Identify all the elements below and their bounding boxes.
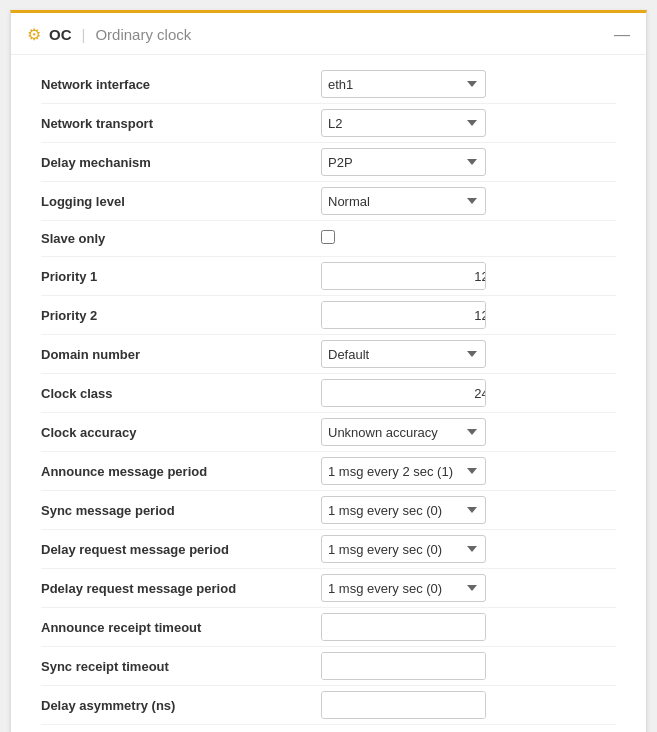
control-logging-level: DebugNormalWarningError xyxy=(321,187,616,215)
row-sync-message-period: Sync message period1 msg every sec (0)1 … xyxy=(41,491,616,530)
spinner-input-priority-1[interactable] xyxy=(322,263,486,289)
row-slave-only: Slave only xyxy=(41,221,616,257)
spinner-clock-class: ▲▼ xyxy=(321,379,486,407)
spinner-input-delay-asymmetry[interactable] xyxy=(322,692,486,718)
row-sync-receipt-timeout: Sync receipt timeout▲▼ xyxy=(41,647,616,686)
form-body: Network interfaceeth0eth1eth2Network tra… xyxy=(11,55,646,732)
row-network-transport: Network transportL2UDPv4UDPv6 xyxy=(41,104,616,143)
row-delay-asymmetry: Delay asymmetry (ns)▲▼ xyxy=(41,686,616,725)
control-slave-only xyxy=(321,230,616,247)
label-domain-number: Domain number xyxy=(41,347,321,362)
spinner-input-clock-class[interactable] xyxy=(322,380,486,406)
row-logging-level: Logging levelDebugNormalWarningError xyxy=(41,182,616,221)
row-power-profile-tlv: Power profile tlv enabled xyxy=(41,725,616,732)
row-delay-request-message-period: Delay request message period1 msg every … xyxy=(41,530,616,569)
spinner-input-priority-2[interactable] xyxy=(322,302,486,328)
control-sync-receipt-timeout: ▲▼ xyxy=(321,652,616,680)
spinner-priority-2: ▲▼ xyxy=(321,301,486,329)
row-domain-number: Domain numberDefault012 xyxy=(41,335,616,374)
control-priority-2: ▲▼ xyxy=(321,301,616,329)
title-subtitle: Ordinary clock xyxy=(95,26,191,43)
label-priority-1: Priority 1 xyxy=(41,269,321,284)
checkbox-slave-only[interactable] xyxy=(321,230,335,244)
row-pdelay-request-message-period: Pdelay request message period1 msg every… xyxy=(41,569,616,608)
select-network-interface[interactable]: eth0eth1eth2 xyxy=(321,70,486,98)
spinner-priority-1: ▲▼ xyxy=(321,262,486,290)
label-clock-accuracy: Clock accuracy xyxy=(41,425,321,440)
title-bold: OC xyxy=(49,26,72,43)
label-clock-class: Clock class xyxy=(41,386,321,401)
select-sync-message-period[interactable]: 1 msg every sec (0)1 msg every 2 sec (1) xyxy=(321,496,486,524)
select-delay-request-message-period[interactable]: 1 msg every sec (0)1 msg every 2 sec (1) xyxy=(321,535,486,563)
spinner-input-announce-receipt-timeout[interactable] xyxy=(322,614,486,640)
control-delay-asymmetry: ▲▼ xyxy=(321,691,616,719)
spinner-delay-asymmetry: ▲▼ xyxy=(321,691,486,719)
select-logging-level[interactable]: DebugNormalWarningError xyxy=(321,187,486,215)
row-clock-class: Clock class▲▼ xyxy=(41,374,616,413)
spinner-input-sync-receipt-timeout[interactable] xyxy=(322,653,486,679)
label-slave-only: Slave only xyxy=(41,231,321,246)
minimize-button[interactable]: — xyxy=(614,27,630,43)
card-header: ⚙ OC | Ordinary clock — xyxy=(11,13,646,55)
card-title: ⚙ OC | Ordinary clock xyxy=(27,25,191,44)
oc-card: ⚙ OC | Ordinary clock — Network interfac… xyxy=(10,10,647,732)
control-network-transport: L2UDPv4UDPv6 xyxy=(321,109,616,137)
label-sync-message-period: Sync message period xyxy=(41,503,321,518)
control-announce-message-period: 1 msg every 2 sec (1)1 msg every sec (0) xyxy=(321,457,616,485)
label-delay-request-message-period: Delay request message period xyxy=(41,542,321,557)
label-delay-asymmetry: Delay asymmetry (ns) xyxy=(41,698,321,713)
spinner-sync-receipt-timeout: ▲▼ xyxy=(321,652,486,680)
row-network-interface: Network interfaceeth0eth1eth2 xyxy=(41,65,616,104)
title-separator: | xyxy=(82,26,86,43)
row-announce-receipt-timeout: Announce receipt timeout▲▼ xyxy=(41,608,616,647)
control-pdelay-request-message-period: 1 msg every sec (0)1 msg every 2 sec (1) xyxy=(321,574,616,602)
label-announce-message-period: Announce message period xyxy=(41,464,321,479)
label-sync-receipt-timeout: Sync receipt timeout xyxy=(41,659,321,674)
label-logging-level: Logging level xyxy=(41,194,321,209)
gear-icon: ⚙ xyxy=(27,25,41,44)
control-delay-mechanism: P2PE2EAuto xyxy=(321,148,616,176)
select-domain-number[interactable]: Default012 xyxy=(321,340,486,368)
select-announce-message-period[interactable]: 1 msg every 2 sec (1)1 msg every sec (0) xyxy=(321,457,486,485)
control-priority-1: ▲▼ xyxy=(321,262,616,290)
row-delay-mechanism: Delay mechanismP2PE2EAuto xyxy=(41,143,616,182)
control-delay-request-message-period: 1 msg every sec (0)1 msg every 2 sec (1) xyxy=(321,535,616,563)
select-clock-accuracy[interactable]: Unknown accuracy< 25ns< 100ns< 250ns xyxy=(321,418,486,446)
select-delay-mechanism[interactable]: P2PE2EAuto xyxy=(321,148,486,176)
label-delay-mechanism: Delay mechanism xyxy=(41,155,321,170)
label-network-interface: Network interface xyxy=(41,77,321,92)
control-network-interface: eth0eth1eth2 xyxy=(321,70,616,98)
row-priority-1: Priority 1▲▼ xyxy=(41,257,616,296)
row-priority-2: Priority 2▲▼ xyxy=(41,296,616,335)
control-clock-class: ▲▼ xyxy=(321,379,616,407)
control-domain-number: Default012 xyxy=(321,340,616,368)
select-pdelay-request-message-period[interactable]: 1 msg every sec (0)1 msg every 2 sec (1) xyxy=(321,574,486,602)
row-clock-accuracy: Clock accuracyUnknown accuracy< 25ns< 10… xyxy=(41,413,616,452)
control-sync-message-period: 1 msg every sec (0)1 msg every 2 sec (1) xyxy=(321,496,616,524)
control-announce-receipt-timeout: ▲▼ xyxy=(321,613,616,641)
select-network-transport[interactable]: L2UDPv4UDPv6 xyxy=(321,109,486,137)
label-network-transport: Network transport xyxy=(41,116,321,131)
label-priority-2: Priority 2 xyxy=(41,308,321,323)
row-announce-message-period: Announce message period1 msg every 2 sec… xyxy=(41,452,616,491)
label-pdelay-request-message-period: Pdelay request message period xyxy=(41,581,321,596)
control-clock-accuracy: Unknown accuracy< 25ns< 100ns< 250ns xyxy=(321,418,616,446)
label-announce-receipt-timeout: Announce receipt timeout xyxy=(41,620,321,635)
spinner-announce-receipt-timeout: ▲▼ xyxy=(321,613,486,641)
